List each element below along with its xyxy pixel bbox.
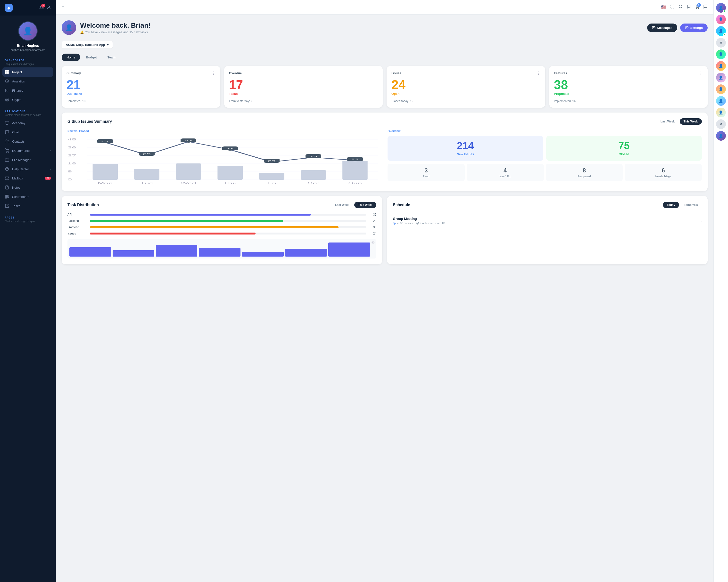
sidebar-item-contacts[interactable]: Contacts bbox=[0, 137, 56, 146]
right-avatar-11[interactable]: 👤 bbox=[716, 131, 726, 141]
svg-point-9 bbox=[8, 152, 9, 153]
reopened-label: Re-opened bbox=[548, 175, 621, 178]
svg-point-56 bbox=[310, 157, 316, 158]
right-avatar-0[interactable]: 👤 bbox=[716, 3, 726, 12]
event-title: Group Meeting bbox=[393, 217, 445, 221]
right-avatar-10[interactable]: M bbox=[716, 119, 726, 129]
applications-label: APPLICATIONS bbox=[0, 108, 56, 114]
fullscreen-icon[interactable] bbox=[670, 4, 675, 10]
task-dist-title: Task Distribution bbox=[68, 203, 99, 207]
svg-text:Wed: Wed bbox=[181, 182, 197, 185]
task-dist-this-week-btn[interactable]: This Week bbox=[354, 202, 376, 208]
task-bar-backend: Backend 28 bbox=[68, 219, 376, 223]
tab-team[interactable]: Team bbox=[103, 54, 120, 61]
sidebar-item-file-manager-label: File Manager bbox=[12, 158, 31, 162]
sidebar-item-file-manager[interactable]: File Manager bbox=[0, 155, 56, 164]
sidebar-item-project[interactable]: Project bbox=[2, 67, 53, 77]
card-menu-icon[interactable]: ⋮ bbox=[699, 71, 703, 76]
tab-budget[interactable]: Budget bbox=[81, 54, 102, 61]
card-menu-icon[interactable]: ⋮ bbox=[537, 71, 540, 76]
svg-point-0 bbox=[48, 6, 50, 7]
card-menu-icon[interactable]: ⋮ bbox=[374, 71, 378, 76]
messages-button[interactable]: Messages bbox=[647, 24, 677, 32]
right-avatar-9[interactable]: 👤 bbox=[716, 108, 726, 117]
svg-point-44 bbox=[144, 154, 150, 156]
user-avatar: 👤 bbox=[18, 21, 37, 41]
menu-icon[interactable]: ≡ bbox=[62, 4, 64, 10]
svg-text:Thu: Thu bbox=[223, 182, 237, 185]
online-dot bbox=[723, 10, 726, 12]
sidebar-item-tasks[interactable]: Tasks bbox=[0, 201, 56, 211]
user-menu-icon[interactable] bbox=[47, 5, 51, 10]
card-header: Features ⋮ bbox=[554, 71, 703, 76]
summary-cards: Summary ⋮ 21 Due Tasks Completed: 13 Ove… bbox=[62, 66, 708, 108]
svg-rect-38 bbox=[342, 161, 368, 180]
svg-text:45: 45 bbox=[68, 138, 76, 141]
cart-icon-container[interactable]: 5 bbox=[695, 5, 699, 10]
task-dist-week-toggle: Last Week This Week bbox=[331, 202, 376, 208]
task-bar-fill-backend bbox=[90, 220, 283, 222]
right-avatar-5[interactable]: 👤 bbox=[716, 61, 726, 71]
schedule-section: Schedule Today Tomorrow Group Meeting in… bbox=[387, 196, 708, 264]
sidebar-item-analytics[interactable]: Analytics bbox=[0, 77, 56, 86]
new-issues-card: 214 New Issues bbox=[388, 136, 543, 161]
card-menu-icon[interactable]: ⋮ bbox=[212, 71, 215, 76]
svg-rect-1 bbox=[5, 70, 6, 72]
github-this-week-btn[interactable]: This Week bbox=[680, 118, 702, 124]
bookmark-icon[interactable] bbox=[687, 4, 691, 10]
left-sidebar: ◆ 3 👤 Brian Hughes hughes.brian@company.… bbox=[0, 0, 56, 582]
right-avatar-6[interactable]: 👤 bbox=[716, 73, 726, 82]
svg-point-7 bbox=[6, 140, 7, 141]
sidebar-item-mailbox-label: Mailbox bbox=[12, 176, 23, 180]
tomorrow-btn[interactable]: Tomorrow bbox=[680, 202, 702, 208]
svg-point-15 bbox=[679, 5, 682, 8]
welcome-avatar: 👤 bbox=[62, 20, 76, 35]
sidebar-item-academy[interactable]: Academy bbox=[0, 118, 56, 128]
right-avatar-1[interactable]: 👤 bbox=[716, 15, 726, 24]
issues-card: Issues ⋮ 24 Open Closed today: 19 bbox=[387, 66, 545, 108]
sidebar-item-help-center[interactable]: Help Center › bbox=[0, 164, 56, 174]
chat-topbar-icon[interactable] bbox=[703, 4, 708, 10]
github-last-week-btn[interactable]: Last Week bbox=[657, 118, 679, 124]
card-footer-key: Closed today: bbox=[391, 100, 409, 103]
project-selector[interactable]: ACME Corp. Backend App ▾ bbox=[62, 41, 113, 49]
task-dist-last-week-btn[interactable]: Last Week bbox=[331, 202, 353, 208]
event-arrow[interactable]: › bbox=[701, 219, 702, 223]
card-title: Issues bbox=[391, 71, 401, 75]
svg-text:Sat: Sat bbox=[308, 182, 319, 185]
svg-point-53 bbox=[269, 161, 275, 163]
topbar: ≡ 🇺🇸 5 bbox=[56, 0, 713, 15]
today-btn[interactable]: Today bbox=[663, 202, 679, 208]
right-avatar-2[interactable]: 👤 bbox=[716, 26, 726, 36]
welcome-buttons: Messages Settings bbox=[647, 24, 708, 32]
fixed-number: 3 bbox=[389, 167, 463, 174]
sidebar-item-project-label: Project bbox=[12, 70, 22, 74]
notification-badge: 3 bbox=[41, 4, 45, 7]
card-number: 38 bbox=[554, 78, 703, 91]
card-label: Tasks bbox=[229, 92, 378, 95]
card-footer-val: 13 bbox=[82, 100, 85, 103]
search-icon[interactable] bbox=[678, 4, 683, 10]
right-avatar-7[interactable]: 👤 bbox=[716, 84, 726, 94]
settings-button[interactable]: Settings bbox=[680, 24, 708, 32]
app-logo[interactable]: ◆ bbox=[5, 4, 12, 11]
svg-point-41 bbox=[102, 141, 108, 143]
card-number: 24 bbox=[391, 78, 540, 91]
schedule-title: Schedule bbox=[393, 203, 410, 207]
fixed-label: Fixed bbox=[389, 175, 463, 178]
sidebar-item-ecommerce[interactable]: ECommerce › bbox=[0, 146, 56, 155]
main-wrapper: ≡ 🇺🇸 5 👤 bbox=[56, 0, 713, 582]
sidebar-item-crypto[interactable]: Crypto bbox=[0, 95, 56, 104]
right-avatar-3[interactable]: M bbox=[716, 38, 726, 48]
flag-icon[interactable]: 🇺🇸 bbox=[661, 5, 666, 10]
task-bar-fill-frontend bbox=[90, 226, 339, 228]
sidebar-item-notes[interactable]: Notes bbox=[0, 183, 56, 192]
notifications-icon[interactable]: 3 bbox=[39, 5, 44, 10]
right-avatar-4[interactable]: 👤 bbox=[716, 50, 726, 59]
sidebar-item-chat[interactable]: Chat bbox=[0, 128, 56, 137]
sidebar-item-finance[interactable]: Finance bbox=[0, 86, 56, 95]
sidebar-item-mailbox[interactable]: Mailbox 27 bbox=[0, 174, 56, 183]
right-avatar-8[interactable]: 👤 bbox=[716, 96, 726, 106]
tab-home[interactable]: Home bbox=[62, 54, 80, 61]
sidebar-item-scrumboard[interactable]: Scrumboard bbox=[0, 192, 56, 201]
